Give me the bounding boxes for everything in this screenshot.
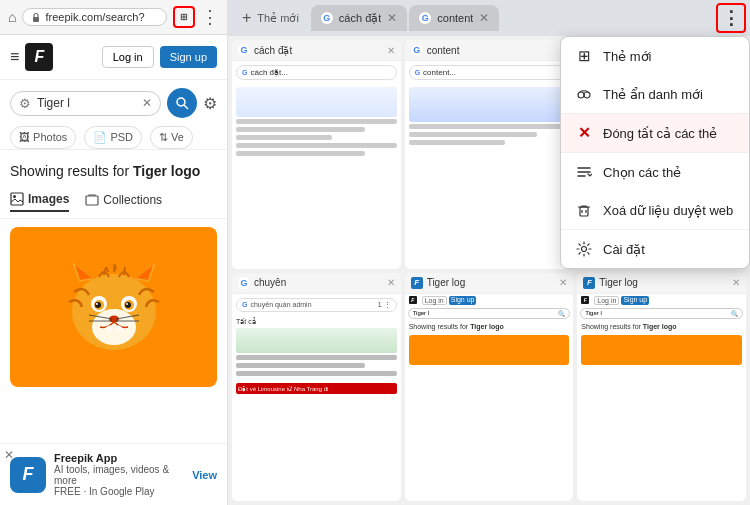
tab-images[interactable]: Images — [10, 192, 69, 212]
menu-label-settings: Cài đặt — [603, 242, 735, 257]
app-icon: F — [10, 457, 46, 493]
lock-icon — [31, 12, 41, 22]
svg-point-4 — [13, 195, 16, 198]
search-clear-icon[interactable]: ✕ — [142, 96, 152, 110]
preview-close-5[interactable]: ✕ — [732, 277, 740, 288]
preview-header-1: G content ✕ — [405, 40, 574, 61]
search-bar: ⚙ Tiger l ✕ ⚙ — [0, 80, 227, 126]
browser-menu-icon[interactable]: ⋮ — [201, 6, 219, 28]
photos-icon: 🖼 — [19, 131, 30, 143]
preview-body-5: F Log in Sign up Tiger l 🔍 Showing resul… — [577, 294, 746, 502]
hamburger-icon[interactable]: ≡ — [10, 48, 19, 66]
filter-tab-psd[interactable]: 📄 PSD — [84, 126, 142, 149]
freepik-logo-f[interactable]: F — [25, 43, 53, 71]
tiger-image-container — [0, 219, 227, 395]
tab-content[interactable]: G content ✕ — [409, 5, 499, 31]
menu-label-select-tabs: Chọn các thẻ — [603, 165, 735, 180]
preview-title-1: content — [427, 45, 556, 56]
login-button[interactable]: Log in — [102, 46, 154, 68]
settings-icon — [575, 240, 593, 258]
tabs-bar: + Thẻ mới G cách đặt ✕ G content ✕ ⋮ — [228, 0, 750, 36]
preview-close-0[interactable]: ✕ — [387, 45, 395, 56]
svg-rect-29 — [580, 207, 588, 216]
signup-button[interactable]: Sign up — [160, 46, 217, 68]
menu-item-incognito[interactable]: Thẻ ẩn danh mới — [561, 75, 749, 113]
filter-tab-ve[interactable]: ⇅ Ve — [150, 126, 193, 149]
preview-card-3[interactable]: G chuyên ✕ G chuyên quán admin 1 ⋮ Tất c… — [232, 273, 401, 502]
menu-item-select-tabs[interactable]: Chọn các thẻ — [561, 153, 749, 191]
app-source: FREE · In Google Play — [54, 486, 184, 497]
url-box[interactable]: freepik.com/search? — [22, 8, 167, 26]
preview-header-3: G chuyên ✕ — [232, 273, 401, 294]
preview-body-3: G chuyên quán admin 1 ⋮ Tất cả Đặt vé Li… — [232, 294, 401, 502]
tiger-image[interactable] — [10, 227, 217, 387]
app-desc: AI tools, images, videos & more — [54, 464, 184, 486]
preview-favicon-4: F — [411, 277, 423, 289]
menu-item-close-all[interactable]: ✕ Đóng tất cả các thẻ — [561, 114, 749, 152]
search-pill: ⚙ Tiger l ✕ — [10, 91, 161, 116]
tabs-menu-button[interactable]: ⋮ — [716, 3, 746, 33]
url-text: freepik.com/search? — [45, 11, 144, 23]
ve-icon: ⇅ — [159, 131, 168, 143]
svg-point-16 — [95, 302, 101, 308]
svg-point-17 — [125, 302, 131, 308]
new-tab-plus: + — [242, 9, 251, 27]
home-icon[interactable]: ⌂ — [8, 9, 16, 25]
header-buttons: Log in Sign up — [102, 46, 217, 68]
filter-tab-ve-label: Ve — [171, 131, 184, 143]
right-panel: + Thẻ mới G cách đặt ✕ G content ✕ ⋮ G c… — [228, 0, 750, 505]
preview-card-5[interactable]: F Tiger log ✕ F Log in Sign up Tiger l 🔍 — [577, 273, 746, 502]
context-menu: ⊞ Thẻ mới Thẻ ẩn danh mới ✕ Đóng tất cả … — [560, 36, 750, 269]
collections-tab-label: Collections — [103, 193, 162, 207]
filter-icon[interactable]: ⚙ — [203, 94, 217, 113]
app-name: Freepik App — [54, 452, 184, 464]
search-settings-icon[interactable]: ⚙ — [19, 96, 31, 111]
preview-favicon-0: G — [238, 44, 250, 56]
preview-header-5: F Tiger log ✕ — [577, 273, 746, 294]
preview-title-4: Tiger log — [427, 277, 556, 288]
menu-label-close-all: Đóng tất cả các thẻ — [603, 126, 735, 141]
preview-body-1: G content... — [405, 61, 574, 269]
menu-label-new-tab: Thẻ mới — [603, 49, 735, 64]
menu-item-settings[interactable]: Cài đặt — [561, 230, 749, 268]
preview-title-3: chuyên — [254, 277, 383, 288]
close-banner-icon[interactable]: ✕ — [4, 448, 14, 462]
tab-title-1: content — [437, 12, 473, 24]
preview-close-3[interactable]: ✕ — [387, 277, 395, 288]
preview-card-4[interactable]: F Tiger log ✕ F Log in Sign up Tiger l 🔍 — [405, 273, 574, 502]
trash-icon — [575, 201, 593, 219]
menu-label-clear-data: Xoá dữ liệu duyệt web — [603, 203, 735, 218]
filter-tab-photos[interactable]: 🖼 Photos — [10, 126, 76, 149]
preview-header-0: G cách đặt ✕ — [232, 40, 401, 61]
preview-close-4[interactable]: ✕ — [559, 277, 567, 288]
tab-collections[interactable]: Collections — [85, 192, 162, 212]
close-all-icon: ✕ — [575, 124, 593, 142]
results-query: Tiger logo — [133, 163, 200, 179]
svg-rect-0 — [33, 17, 39, 22]
svg-rect-5 — [86, 196, 98, 205]
tab-close-1[interactable]: ✕ — [479, 11, 489, 25]
new-tab-button[interactable]: + Thẻ mới — [232, 3, 309, 33]
tab-cach-dat[interactable]: G cách đặt ✕ — [311, 5, 407, 31]
menu-item-clear-data[interactable]: Xoá dữ liệu duyệt web — [561, 191, 749, 229]
freepik-header: ≡ F Log in Sign up — [0, 35, 227, 80]
tab-switcher-icon[interactable]: ⊞ — [173, 6, 195, 28]
images-icon — [10, 192, 24, 206]
preview-header-4: F Tiger log ✕ — [405, 273, 574, 294]
preview-favicon-5: F — [583, 277, 595, 289]
view-button[interactable]: View — [192, 469, 217, 481]
svg-point-33 — [582, 247, 587, 252]
menu-item-new-tab[interactable]: ⊞ Thẻ mới — [561, 37, 749, 75]
tab-favicon-0: G — [321, 12, 333, 24]
search-icon — [175, 96, 189, 110]
search-button[interactable] — [167, 88, 197, 118]
preview-title-0: cách đặt — [254, 45, 383, 56]
preview-card-0[interactable]: G cách đặt ✕ G cách đặt... — [232, 40, 401, 269]
tab-close-0[interactable]: ✕ — [387, 11, 397, 25]
tabs-actions: ⋮ — [716, 3, 746, 33]
svg-rect-3 — [11, 193, 23, 205]
search-query-text: Tiger l — [37, 96, 136, 110]
preview-card-1[interactable]: G content ✕ G content... — [405, 40, 574, 269]
collections-icon — [85, 193, 99, 207]
left-panel: ⌂ freepik.com/search? ⊞ ⋮ ≡ F Log in Sig… — [0, 0, 228, 505]
